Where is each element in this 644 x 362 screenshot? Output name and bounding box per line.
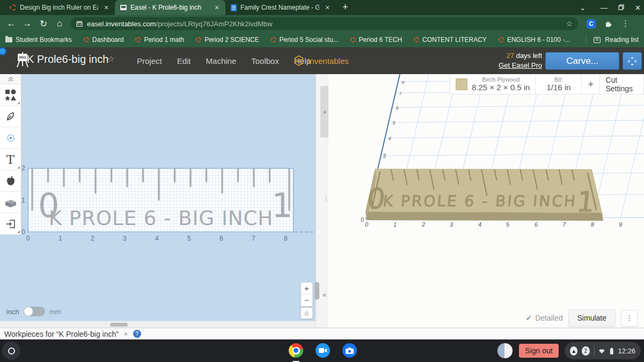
design-library-tool[interactable] (0, 170, 21, 192)
bookmark-english-6[interactable]: ENGLISH 6 - 0100 -... (499, 36, 570, 44)
bit-button[interactable]: Bit: 1/16 in (536, 74, 582, 94)
menu-project[interactable]: Project (137, 56, 162, 66)
new-tab-button[interactable]: + (342, 2, 348, 13)
zoom-in-button[interactable]: + (301, 283, 312, 294)
tab-family-crest[interactable]: Family Crest Nameplate - Googl × (225, 0, 336, 15)
simulate-menu-icon[interactable]: ⋮ (621, 310, 638, 327)
window-controls: ⌄ — ✕ (580, 0, 641, 15)
url-bar[interactable]: easel.inventables.com/projects/LRtyq76JA… (71, 17, 578, 30)
get-easel-pro-link[interactable]: Get Easel Pro (499, 61, 542, 70)
detailed-toggle[interactable]: ✔Detailed (525, 314, 562, 322)
y3d-label: 6 (396, 105, 399, 111)
tab-title: Family Crest Nameplate - Googl (240, 4, 319, 11)
carve-button[interactable]: Carve... (545, 52, 619, 70)
add-bit-button[interactable]: + (582, 74, 600, 94)
x3d-label: 1 (393, 221, 397, 228)
vertical-scrollbar-thumb[interactable] (314, 282, 319, 300)
y3d-label: 7 (399, 91, 402, 96)
camera-app-icon[interactable] (342, 343, 357, 358)
bookmark-content-literacy[interactable]: CONTENT LITERACY (414, 36, 487, 44)
workpiece-2d[interactable]: 0 1 K PROLE 6 - BIG INCH (28, 168, 294, 232)
simulate-button[interactable]: Simulate (568, 309, 616, 327)
pen-nib-icon (5, 111, 16, 122)
inventables-link[interactable]: Inventables (294, 47, 349, 74)
restore-icon[interactable] (618, 4, 624, 12)
close-window-icon[interactable]: ✕ (635, 4, 641, 12)
menu-machine[interactable]: Machine (206, 56, 237, 66)
apps-tool[interactable] (0, 192, 21, 213)
horizontal-scrollbar[interactable] (0, 321, 316, 328)
extensions-puzzle-icon[interactable] (604, 19, 613, 28)
text-tool[interactable]: T (0, 149, 21, 170)
import-tool[interactable] (0, 213, 21, 235)
collapse-panel-icon[interactable]: « (323, 291, 326, 299)
bookmark-star-icon[interactable]: ☆ (566, 19, 573, 28)
project-title[interactable]: K Prole6-big inch (27, 53, 108, 66)
import-icon (5, 219, 16, 229)
material-button[interactable]: Birch Plywood 8.25 × 2 × 0.5 in (450, 74, 536, 94)
design-canvas-2d[interactable]: 0 1 K PROLE 6 - BIG INCH 2 1 0 0 1 2 3 4… (0, 74, 316, 328)
tab-close-icon[interactable]: × (323, 3, 332, 12)
extension-c-icon[interactable]: C (587, 19, 596, 28)
status-tray[interactable]: ▲ 2 12:26 (565, 342, 641, 359)
favorite-star-icon[interactable]: ☆ (107, 54, 114, 64)
forward-icon[interactable]: → (19, 18, 35, 29)
expand-panel-flap[interactable]: » (320, 86, 329, 137)
x-axis-label: 8 (284, 235, 288, 242)
presence-dot (0, 47, 6, 55)
bookmark-dashboard[interactable]: Dashboard (84, 36, 124, 44)
dashed-circle-icon (135, 37, 141, 42)
menu-toolbox[interactable]: Toolbox (251, 56, 279, 66)
home-icon[interactable]: ⌂ (52, 18, 68, 29)
pen-tool[interactable] (0, 106, 21, 127)
set-origin-tool[interactable] (0, 127, 21, 149)
back-icon[interactable]: ← (3, 18, 19, 29)
ruler-model-3d[interactable]: 0 1 K PROLE 6 - BIG INCH (365, 169, 603, 221)
bookmark-period-6-tech[interactable]: Period 6 TECH (350, 36, 402, 44)
tab-search-chevron-icon[interactable]: ⌄ (580, 4, 586, 12)
launcher-icon (8, 347, 15, 354)
google-docs-favicon (231, 4, 237, 11)
bookmark-student-bookmarks[interactable]: Student Bookmarks (5, 36, 72, 44)
chevron-right-icon: » (323, 108, 326, 115)
camcorder-icon (319, 347, 327, 353)
sign-out-button[interactable]: Sign out (519, 344, 559, 358)
x3d-label: 8 (591, 221, 595, 228)
bookmark-period-5-social[interactable]: Period 5 Social stu... (271, 36, 339, 44)
zoom-home-button[interactable]: ⌂ (301, 307, 313, 319)
tab-close-icon[interactable]: × (213, 3, 221, 12)
tab-design-ruler[interactable]: Design Big inch Ruler on Easel - × (4, 0, 115, 15)
bookmark-period-2-science[interactable]: Period 2 SCIENCE (196, 36, 259, 44)
folder-icon (5, 37, 12, 42)
screen-capture-preview[interactable] (497, 343, 513, 359)
bookmark-period-1-math[interactable]: Period 1 math (135, 36, 184, 44)
zoom-out-button[interactable]: − (301, 294, 312, 306)
collapse-workpieces-icon[interactable]: » (122, 332, 129, 336)
menu-edit[interactable]: Edit (177, 56, 191, 66)
x3d-label: 4 (478, 221, 481, 228)
cut-settings-button[interactable]: Cut Settings (600, 74, 643, 94)
launcher-button[interactable] (2, 342, 20, 360)
check-icon: ✔ (525, 314, 532, 322)
bit-value: 1/16 in (546, 83, 570, 92)
y3d-label: 5 (392, 120, 396, 126)
dashed-circle-icon (84, 37, 89, 42)
jog-machine-button[interactable] (623, 52, 642, 70)
minimize-icon[interactable]: — (601, 4, 608, 12)
chrome-app-icon[interactable] (289, 343, 303, 358)
reload-icon[interactable]: ↻ (35, 18, 52, 30)
browser-menu-icon[interactable]: ⋮ (621, 19, 630, 28)
help-icon[interactable]: ? (133, 330, 141, 338)
reading-list-button[interactable]: Reading list (586, 35, 639, 44)
unit-toggle-switch[interactable] (24, 307, 45, 316)
x3d-label: 0 (365, 221, 369, 228)
shapes-tool[interactable] (0, 84, 21, 106)
collapse-toolbar-button[interactable] (0, 74, 21, 84)
tab-close-icon[interactable]: × (102, 3, 111, 12)
preview-panel-3d[interactable]: 0 1 K PROLE 6 - BIG INCH 0 0 1 2 3 4 5 6… (328, 74, 644, 328)
tab-easel-active[interactable]: Easel - K Prole6-big inch × (115, 0, 225, 15)
video-call-app-icon[interactable] (316, 343, 330, 358)
ruler-one-label: 1 (272, 186, 292, 225)
clock: 12:26 (618, 347, 635, 355)
scrollbar-thumb[interactable] (110, 323, 128, 327)
